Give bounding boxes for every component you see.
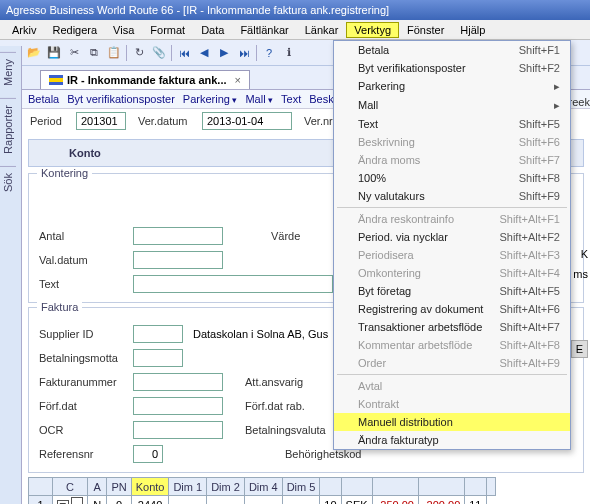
save-icon[interactable]: 💾 <box>46 45 62 61</box>
grid-header[interactable] <box>320 478 341 496</box>
grid-cell[interactable] <box>169 496 207 505</box>
sub-bytverif[interactable]: Byt verifikationsposter <box>67 93 175 105</box>
menu-länkar[interactable]: Länkar <box>297 22 347 38</box>
menu-item--ndra-moms: Ändra momsShift+F7 <box>334 151 570 169</box>
grid-cell[interactable]: N <box>88 496 107 505</box>
window-title: Agresso Business World Route 66 - [IR - … <box>6 4 389 16</box>
side-tab-sok[interactable]: Sök <box>0 166 16 198</box>
grid-header[interactable] <box>29 478 53 496</box>
help-icon[interactable]: ? <box>261 45 277 61</box>
grid-cell[interactable]: SEK <box>341 496 372 505</box>
cut-icon[interactable]: ✂ <box>66 45 82 61</box>
open-icon[interactable]: 📂 <box>26 45 42 61</box>
sub-betala[interactable]: Betala <box>28 93 59 105</box>
menu-visa[interactable]: Visa <box>105 22 142 38</box>
forfdat-input[interactable] <box>133 397 223 415</box>
menu-item-ny-valutakurs[interactable]: Ny valutakursShift+F9 <box>334 187 570 205</box>
menu-item-registrering-av-dokument[interactable]: Registrering av dokumentShift+Alt+F6 <box>334 300 570 318</box>
menu-hjälp[interactable]: Hjälp <box>452 22 493 38</box>
menu-item-parkering[interactable]: Parkering▸ <box>334 77 570 96</box>
menu-item-manuell-distribution[interactable]: Manuell distribution <box>334 413 570 431</box>
grid-cell[interactable]: 0 <box>107 496 131 505</box>
grid-cell[interactable]: 1 <box>29 496 53 505</box>
period-label: Period <box>30 115 72 127</box>
antal-input[interactable] <box>133 227 223 245</box>
info-icon[interactable]: ℹ <box>281 45 297 61</box>
grid-header[interactable]: PN <box>107 478 131 496</box>
faktnr-input[interactable] <box>133 373 223 391</box>
grid-cell[interactable]: 2440 <box>131 496 169 505</box>
side-k: K <box>581 248 588 260</box>
menu-item-transaktioner-arbetsfl-de[interactable]: Transaktioner arbetsflödeShift+Alt+F7 <box>334 318 570 336</box>
grid-header[interactable] <box>486 478 495 496</box>
refresh-icon[interactable]: ↻ <box>131 45 147 61</box>
betalmott-input[interactable] <box>133 349 183 367</box>
grid-header[interactable]: C <box>53 478 88 496</box>
grid-header[interactable] <box>372 478 418 496</box>
grid-cell[interactable] <box>207 496 245 505</box>
menu-data[interactable]: Data <box>193 22 232 38</box>
next-icon[interactable]: ▶ <box>216 45 232 61</box>
menu-format[interactable]: Format <box>142 22 193 38</box>
grid-cell[interactable]: -250,00 <box>372 496 418 505</box>
side-reek[interactable]: reek <box>569 96 590 108</box>
paste-icon[interactable]: 📋 <box>106 45 122 61</box>
ocr-input[interactable] <box>133 421 223 439</box>
konto-header-text: Konto <box>69 147 101 159</box>
menu-item-kommentar-arbetsfl-de: Kommentar arbetsflödeShift+Alt+F8 <box>334 336 570 354</box>
menu-item-mall[interactable]: Mall▸ <box>334 96 570 115</box>
menu-redigera[interactable]: Redigera <box>44 22 105 38</box>
menu-item-betala[interactable]: BetalaShift+F1 <box>334 41 570 59</box>
grid-header[interactable]: Konto <box>131 478 169 496</box>
grid-cell[interactable]: 10 <box>320 496 341 505</box>
menu-item-period-via-nycklar[interactable]: Period. via nycklarShift+Alt+F2 <box>334 228 570 246</box>
grid-header[interactable] <box>418 478 464 496</box>
verktyg-menu[interactable]: BetalaShift+F1Byt verifikationsposterShi… <box>333 40 571 450</box>
side-tab-rapporter[interactable]: Rapporter <box>0 98 16 160</box>
referensnr-label: Referensnr <box>39 448 129 460</box>
grid-header[interactable]: Dim 5 <box>282 478 320 496</box>
menu-item--ndra-fakturatyp[interactable]: Ändra fakturatyp <box>334 431 570 449</box>
attach-icon[interactable]: 📎 <box>151 45 167 61</box>
supplier-name: Dataskolan i Solna AB, Gus <box>193 328 328 340</box>
menu-fönster[interactable]: Fönster <box>399 22 452 38</box>
close-icon[interactable]: × <box>235 74 241 86</box>
grid-cell[interactable] <box>282 496 320 505</box>
first-icon[interactable]: ⏮ <box>176 45 192 61</box>
menu-verktyg[interactable]: Verktyg <box>346 22 399 38</box>
grid-cell[interactable]: -200,00 <box>418 496 464 505</box>
menu-arkiv[interactable]: Arkiv <box>4 22 44 38</box>
sub-besk[interactable]: Besk <box>309 93 333 105</box>
grid-header[interactable] <box>341 478 372 496</box>
varde-label: Värde <box>271 230 311 242</box>
grid-header[interactable]: Dim 4 <box>244 478 282 496</box>
grid-header[interactable]: Dim 1 <box>169 478 207 496</box>
grid-header[interactable]: A <box>88 478 107 496</box>
supplierid-input[interactable] <box>133 325 183 343</box>
grid-header[interactable]: Dim 2 <box>207 478 245 496</box>
sub-parkering[interactable]: Parkering <box>183 93 238 105</box>
period-input[interactable]: 201301 <box>76 112 126 130</box>
side-tab-meny[interactable]: Meny <box>0 52 16 92</box>
menu-fältlänkar[interactable]: Fältlänkar <box>232 22 296 38</box>
sub-text[interactable]: Text <box>281 93 301 105</box>
grid-header[interactable] <box>465 478 486 496</box>
menu-item-byt-verifikationsposter[interactable]: Byt verifikationsposterShift+F2 <box>334 59 570 77</box>
lines-grid[interactable]: CAPNKontoDim 1Dim 2Dim 4Dim 51⊠N0244010S… <box>28 477 496 504</box>
last-icon[interactable]: ⏭ <box>236 45 252 61</box>
active-tab[interactable]: IR - Inkommande faktura ank... × <box>40 70 250 89</box>
valdatum-input[interactable] <box>133 251 223 269</box>
grid-cell[interactable]: ⊠ <box>53 496 88 505</box>
grid-cell[interactable] <box>244 496 282 505</box>
side-e-button[interactable]: E <box>571 340 588 358</box>
copy-icon[interactable]: ⧉ <box>86 45 102 61</box>
menu-item-100-[interactable]: 100%Shift+F8 <box>334 169 570 187</box>
grid-cell[interactable]: 11 <box>465 496 486 505</box>
menu-item-byt-f-retag[interactable]: Byt företagShift+Alt+F5 <box>334 282 570 300</box>
sub-mall[interactable]: Mall <box>245 93 273 105</box>
menu-item-text[interactable]: TextShift+F5 <box>334 115 570 133</box>
referensnr-input[interactable]: 0 <box>133 445 163 463</box>
prev-icon[interactable]: ◀ <box>196 45 212 61</box>
text-input[interactable] <box>133 275 333 293</box>
verdatum-input[interactable]: 2013-01-04 <box>202 112 292 130</box>
